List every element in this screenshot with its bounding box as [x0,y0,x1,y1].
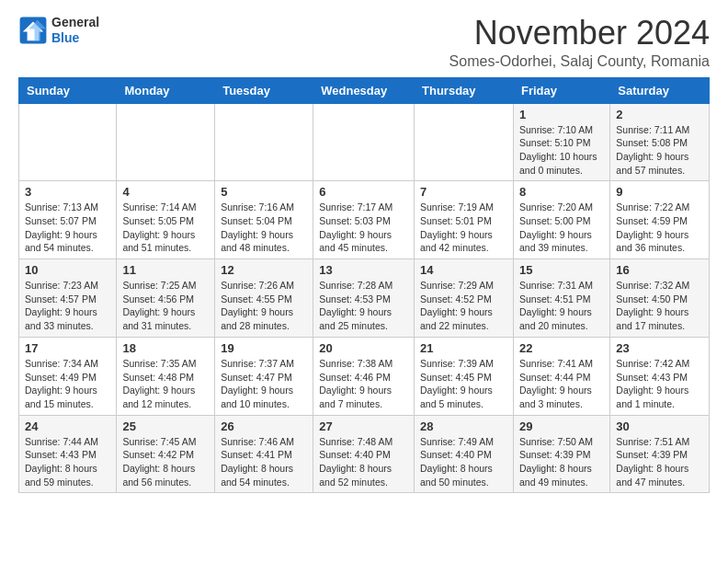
day-number: 22 [519,341,604,355]
day-number: 15 [519,263,604,277]
day-number: 28 [420,419,507,433]
day-info: Sunrise: 7:37 AM Sunset: 4:47 PM Dayligh… [221,357,307,411]
day-info: Sunrise: 7:29 AM Sunset: 4:52 PM Dayligh… [420,279,507,333]
col-thursday: Thursday [415,77,514,103]
day-info: Sunrise: 7:34 AM Sunset: 4:49 PM Dayligh… [25,357,110,411]
page-header: General Blue November 2024 Somes-Odorhei… [0,0,728,77]
calendar-cell: 17Sunrise: 7:34 AM Sunset: 4:49 PM Dayli… [19,337,117,415]
col-monday: Monday [117,77,215,103]
calendar-cell: 15Sunrise: 7:31 AM Sunset: 4:51 PM Dayli… [513,259,609,338]
calendar-cell [215,103,313,181]
day-info: Sunrise: 7:23 AM Sunset: 4:57 PM Dayligh… [25,279,110,333]
day-info: Sunrise: 7:50 AM Sunset: 4:39 PM Dayligh… [519,435,604,489]
day-number: 3 [25,185,110,199]
day-info: Sunrise: 7:46 AM Sunset: 4:41 PM Dayligh… [221,435,307,489]
calendar-cell: 1Sunrise: 7:10 AM Sunset: 5:10 PM Daylig… [513,103,609,181]
calendar-cell: 24Sunrise: 7:44 AM Sunset: 4:43 PM Dayli… [19,415,117,493]
day-info: Sunrise: 7:38 AM Sunset: 4:46 PM Dayligh… [319,357,408,411]
day-info: Sunrise: 7:19 AM Sunset: 5:01 PM Dayligh… [420,201,507,255]
day-info: Sunrise: 7:17 AM Sunset: 5:03 PM Dayligh… [319,201,408,255]
day-info: Sunrise: 7:35 AM Sunset: 4:48 PM Dayligh… [122,357,209,411]
day-info: Sunrise: 7:20 AM Sunset: 5:00 PM Dayligh… [519,201,604,255]
day-info: Sunrise: 7:49 AM Sunset: 4:40 PM Dayligh… [420,435,507,489]
day-info: Sunrise: 7:14 AM Sunset: 5:05 PM Dayligh… [122,201,209,255]
day-info: Sunrise: 7:11 AM Sunset: 5:08 PM Dayligh… [616,123,703,178]
day-info: Sunrise: 7:41 AM Sunset: 4:44 PM Dayligh… [519,357,604,411]
day-number: 13 [319,263,408,277]
day-number: 10 [25,263,110,277]
day-info: Sunrise: 7:45 AM Sunset: 4:42 PM Dayligh… [122,435,209,489]
day-number: 11 [122,263,209,277]
calendar-cell: 29Sunrise: 7:50 AM Sunset: 4:39 PM Dayli… [513,415,609,493]
day-info: Sunrise: 7:31 AM Sunset: 4:51 PM Dayligh… [519,279,604,333]
title-block: November 2024 Somes-Odorhei, Salaj Count… [449,15,710,70]
day-number: 27 [319,419,408,433]
day-info: Sunrise: 7:44 AM Sunset: 4:43 PM Dayligh… [25,435,110,489]
calendar-cell: 27Sunrise: 7:48 AM Sunset: 4:40 PM Dayli… [313,415,415,493]
calendar-cell: 13Sunrise: 7:28 AM Sunset: 4:53 PM Dayli… [313,259,415,338]
day-number: 9 [616,185,703,199]
calendar-cell: 25Sunrise: 7:45 AM Sunset: 4:42 PM Dayli… [117,415,215,493]
day-number: 26 [221,419,307,433]
day-number: 7 [420,185,507,199]
day-info: Sunrise: 7:10 AM Sunset: 5:10 PM Dayligh… [519,123,604,178]
calendar-cell: 3Sunrise: 7:13 AM Sunset: 5:07 PM Daylig… [19,181,117,259]
location-subtitle: Somes-Odorhei, Salaj County, Romania [449,53,710,70]
day-number: 30 [616,419,703,433]
calendar-cell: 16Sunrise: 7:32 AM Sunset: 4:50 PM Dayli… [610,259,710,338]
calendar-cell: 4Sunrise: 7:14 AM Sunset: 5:05 PM Daylig… [117,181,215,259]
logo-text: General Blue [51,15,99,46]
calendar-header-row: Sunday Monday Tuesday Wednesday Thursday… [19,77,710,103]
day-number: 2 [616,108,703,121]
calendar-cell: 6Sunrise: 7:17 AM Sunset: 5:03 PM Daylig… [313,181,415,259]
calendar-cell [117,103,215,181]
calendar-cell: 8Sunrise: 7:20 AM Sunset: 5:00 PM Daylig… [513,181,609,259]
calendar-cell: 14Sunrise: 7:29 AM Sunset: 4:52 PM Dayli… [415,259,514,338]
day-number: 29 [519,419,604,433]
calendar-week-row: 17Sunrise: 7:34 AM Sunset: 4:49 PM Dayli… [19,337,710,415]
col-friday: Friday [513,77,609,103]
calendar-week-row: 24Sunrise: 7:44 AM Sunset: 4:43 PM Dayli… [19,415,710,493]
day-number: 16 [616,263,703,277]
calendar-week-row: 10Sunrise: 7:23 AM Sunset: 4:57 PM Dayli… [19,259,710,338]
day-number: 4 [122,185,209,199]
calendar-body: 1Sunrise: 7:10 AM Sunset: 5:10 PM Daylig… [19,103,710,493]
day-number: 8 [519,185,604,199]
col-sunday: Sunday [19,77,117,103]
calendar-cell: 5Sunrise: 7:16 AM Sunset: 5:04 PM Daylig… [215,181,313,259]
calendar-cell: 12Sunrise: 7:26 AM Sunset: 4:55 PM Dayli… [215,259,313,338]
calendar-cell: 7Sunrise: 7:19 AM Sunset: 5:01 PM Daylig… [415,181,514,259]
day-number: 5 [221,185,307,199]
day-info: Sunrise: 7:42 AM Sunset: 4:43 PM Dayligh… [616,357,703,411]
day-number: 20 [319,341,408,355]
calendar-cell: 21Sunrise: 7:39 AM Sunset: 4:45 PM Dayli… [415,337,514,415]
day-number: 18 [122,341,209,355]
calendar-cell [313,103,415,181]
day-info: Sunrise: 7:48 AM Sunset: 4:40 PM Dayligh… [319,435,408,489]
day-info: Sunrise: 7:25 AM Sunset: 4:56 PM Dayligh… [122,279,209,333]
calendar-cell: 9Sunrise: 7:22 AM Sunset: 4:59 PM Daylig… [610,181,710,259]
logo-icon [18,16,48,45]
calendar-cell: 30Sunrise: 7:51 AM Sunset: 4:39 PM Dayli… [610,415,710,493]
day-number: 25 [122,419,209,433]
calendar-cell: 28Sunrise: 7:49 AM Sunset: 4:40 PM Dayli… [415,415,514,493]
day-number: 1 [519,108,604,121]
day-number: 6 [319,185,408,199]
calendar-cell: 26Sunrise: 7:46 AM Sunset: 4:41 PM Dayli… [215,415,313,493]
day-number: 12 [221,263,307,277]
day-number: 19 [221,341,307,355]
day-number: 17 [25,341,110,355]
calendar-cell: 10Sunrise: 7:23 AM Sunset: 4:57 PM Dayli… [19,259,117,338]
calendar-cell: 18Sunrise: 7:35 AM Sunset: 4:48 PM Dayli… [117,337,215,415]
day-info: Sunrise: 7:51 AM Sunset: 4:39 PM Dayligh… [616,435,703,489]
calendar-table: Sunday Monday Tuesday Wednesday Thursday… [18,77,710,494]
col-saturday: Saturday [610,77,710,103]
calendar-week-row: 3Sunrise: 7:13 AM Sunset: 5:07 PM Daylig… [19,181,710,259]
day-info: Sunrise: 7:13 AM Sunset: 5:07 PM Dayligh… [25,201,110,255]
col-tuesday: Tuesday [215,77,313,103]
calendar-cell: 23Sunrise: 7:42 AM Sunset: 4:43 PM Dayli… [610,337,710,415]
calendar-cell [415,103,514,181]
day-number: 14 [420,263,507,277]
day-info: Sunrise: 7:39 AM Sunset: 4:45 PM Dayligh… [420,357,507,411]
day-info: Sunrise: 7:16 AM Sunset: 5:04 PM Dayligh… [221,201,307,255]
